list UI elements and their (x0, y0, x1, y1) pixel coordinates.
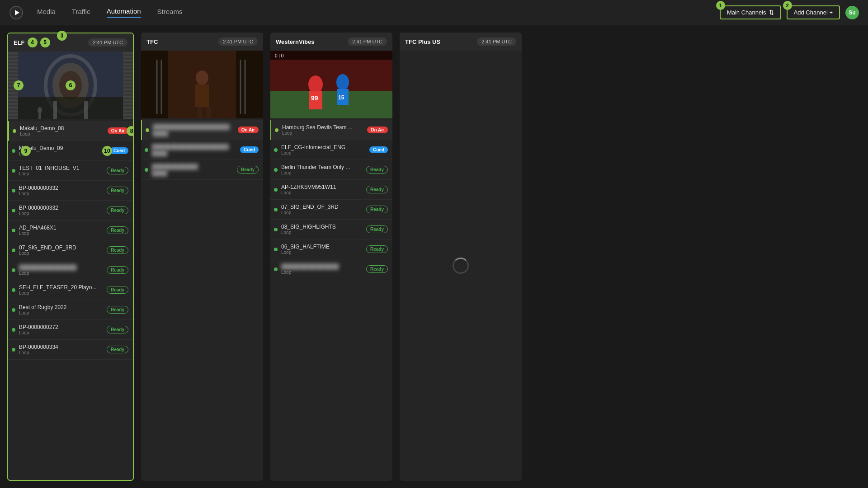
status-badge-cued: Cued (369, 146, 388, 153)
item-title: Berlin Thunder Team Only ... (281, 164, 363, 170)
playlist-item[interactable]: Berlin Thunder Team Only ... Loop Ready (270, 160, 392, 180)
playlist-item[interactable]: 07_SIG_END_OF_3RD Loop Ready (270, 200, 392, 220)
item-info: Best of Rugby 2022 Loop (19, 304, 104, 315)
loading-spinner (400, 51, 522, 481)
playlist-item[interactable]: ███████████████ Loop Ready (270, 259, 392, 279)
item-type-blurred: ████ (153, 130, 235, 136)
channel-header-tfc: TFC 2:41 PM UTC (141, 33, 263, 51)
item-type: Loop (281, 250, 363, 255)
item-type: Loop (19, 271, 104, 276)
badge-6: 6 (66, 80, 75, 90)
playlist-item[interactable]: ███████████████ Loop Ready (8, 260, 133, 280)
playlist-item[interactable]: Hamburg Sea Devils Team ... Loop On Air (270, 120, 392, 140)
top-navigation: Media Traffic Automation Streams 1 Main … (0, 0, 868, 25)
svg-text:99: 99 (311, 94, 318, 102)
item-type: Loop (19, 310, 104, 315)
item-info: ███████████████ Loop (281, 263, 363, 275)
svg-rect-17 (198, 107, 202, 118)
svg-rect-8 (84, 101, 88, 119)
svg-point-29 (336, 74, 349, 90)
item-title: 06_SIG_HALFTIME (281, 244, 363, 250)
channel-time-tfcplusdus: 2:41 PM UTC (477, 38, 516, 46)
svg-rect-16 (195, 84, 209, 107)
playlist-dot (274, 248, 278, 251)
channel-header-westernvibes: WesternVibes 2:41 PM UTC (270, 33, 392, 51)
playlist-item[interactable]: 9 Makalu_Demo_09 Loop 10 Cued (8, 141, 133, 161)
item-type: Loop (19, 231, 104, 236)
preview-bar-right (123, 52, 133, 119)
playlist-item[interactable]: SEH_ELF_TEASER_20 Playo... Loop Ready (8, 280, 133, 300)
playlist-tfc[interactable]: ████████████████████ ████ On Air ███████… (141, 118, 263, 481)
playlist-westernvibes[interactable]: Hamburg Sea Devils Team ... Loop On Air … (270, 118, 392, 481)
item-title: 07_SIG_END_OF_3RD (19, 244, 104, 251)
playlist-item[interactable]: Best of Rugby 2022 Loop Ready (8, 300, 133, 320)
nav-streams[interactable]: Streams (157, 8, 183, 17)
item-title-blurred: ███████████████ (19, 264, 104, 271)
item-title: AP-1ZHKSVM951W11 (281, 184, 363, 190)
playlist-item[interactable]: AD_PHA468X1 Loop Ready (8, 221, 133, 240)
playlist-item[interactable]: BP-0000000332 Loop Ready (8, 181, 133, 201)
item-title-blurred: ███████████████ (281, 263, 363, 270)
channel-panel-westernvibes: WesternVibes 2:41 PM UTC 99 15 0 | (270, 33, 392, 481)
playlist-item[interactable]: Makalu_Demo_08 Loop On Air 8 (8, 121, 133, 141)
playlist-item[interactable]: ████████████████████ ████ Cued (141, 140, 263, 160)
playlist-item[interactable]: BP-0000000272 Loop Ready (8, 320, 133, 340)
playlist-item[interactable]: ████████████ ████ Ready (141, 160, 263, 180)
svg-rect-10 (38, 113, 41, 119)
user-avatar[interactable]: Su (845, 6, 859, 19)
status-badge-cued: Cued (110, 147, 128, 154)
playlist-item[interactable]: 06_SIG_HALFTIME Loop Ready (270, 239, 392, 259)
channel-header-elf: ELF 4 5 2:41 PM UTC (8, 33, 133, 52)
status-badge-ready: Ready (366, 206, 388, 213)
item-info: Makalu_Demo_08 Loop (20, 125, 105, 136)
status-badge-ready: Ready (107, 206, 128, 214)
item-title: AD_PHA468X1 (19, 225, 104, 231)
nav-media[interactable]: Media (37, 8, 56, 17)
playlist-item[interactable]: BP-0000000334 Loop Ready (8, 340, 133, 360)
item-type: Loop (19, 291, 104, 296)
playlist-dot (274, 208, 278, 211)
badge-8: 8 (127, 126, 133, 136)
status-badge-ready: Ready (107, 187, 128, 194)
channel-time-tfc: 2:41 PM UTC (218, 38, 258, 46)
main-channels-label: Main Channels (727, 9, 766, 16)
playlist-item[interactable]: ████████████████████ ████ On Air (141, 120, 263, 140)
playlist-dot (12, 328, 15, 332)
playlist-elf[interactable]: Makalu_Demo_08 Loop On Air 8 9 Makalu_De… (8, 119, 133, 480)
add-channel-label: Add Channel + (794, 9, 833, 16)
playlist-item[interactable]: BP-0000000332 Loop Ready (8, 201, 133, 221)
item-type: Loop (19, 151, 107, 156)
item-info: BP-0000000332 Loop (19, 205, 104, 216)
playlist-item[interactable]: TEST_01_INHOUSE_V1 Loop Ready (8, 161, 133, 181)
nav-traffic[interactable]: Traffic (72, 8, 90, 17)
svg-text:15: 15 (338, 94, 344, 101)
playlist-dot (146, 128, 149, 132)
badge-5: 5 (40, 38, 50, 47)
status-badge-ready: Ready (107, 326, 128, 333)
main-channels-button[interactable]: Main Channels ⇅ (720, 5, 781, 19)
playlist-dot (274, 228, 278, 231)
playlist-item[interactable]: AP-1ZHKSVM951W11 Loop Ready (270, 180, 392, 200)
nav-automation[interactable]: Automation (107, 7, 141, 18)
badge-7: 7 (14, 80, 24, 90)
item-info: TEST_01_INHOUSE_V1 Loop (19, 165, 104, 176)
svg-text:0 | 0: 0 | 0 (275, 53, 284, 58)
item-type-blurred: ████ (152, 170, 234, 176)
status-badge-ready: Ready (237, 166, 259, 174)
item-type: Loop (19, 350, 104, 355)
item-title: TEST_01_INHOUSE_V1 (19, 165, 104, 171)
item-info: AD_PHA468X1 Loop (19, 225, 104, 236)
playlist-item[interactable]: ELF_CG-Infomercial_ENG Loop Cued (270, 140, 392, 160)
status-badge-ready: Ready (107, 306, 128, 314)
video-preview-tfc (141, 51, 263, 118)
item-type: Loop (281, 210, 363, 215)
svg-point-15 (196, 70, 208, 85)
nav-right-actions: 1 Main Channels ⇅ 2 Add Channel + Su (720, 5, 859, 19)
item-info: 07_SIG_END_OF_3RD Loop (19, 244, 104, 256)
add-channel-button[interactable]: Add Channel + (787, 5, 840, 19)
badge-10: 10 (102, 146, 112, 156)
playlist-item[interactable]: 08_SIG_HIGHLIGHTS Loop Ready (270, 220, 392, 239)
svg-rect-32 (270, 51, 392, 60)
playlist-dot (274, 148, 278, 152)
playlist-item[interactable]: 07_SIG_END_OF_3RD Loop Ready (8, 240, 133, 260)
